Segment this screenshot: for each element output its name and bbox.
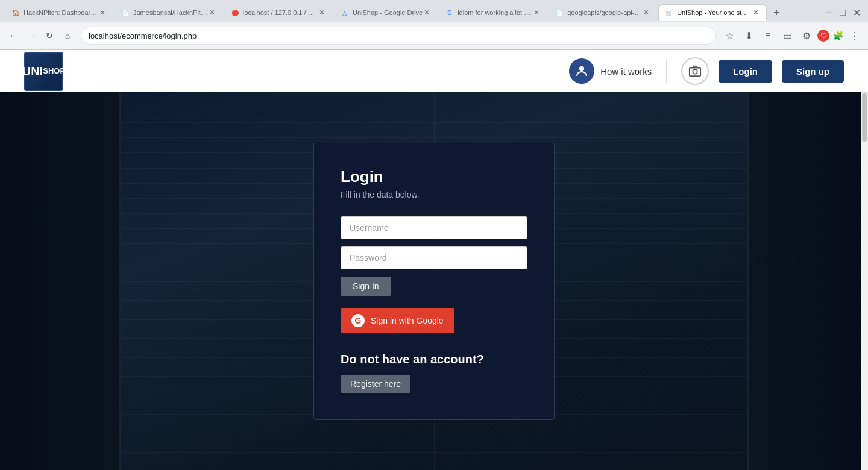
close-button[interactable]: ✕ bbox=[851, 7, 863, 19]
nav-buttons: ← → ↻ ⌂ bbox=[5, 27, 76, 44]
tab-2[interactable]: 📄 Jamesbansal/HacknPitch_Troja... ✕ bbox=[115, 4, 223, 21]
tab-2-close[interactable]: ✕ bbox=[208, 8, 216, 17]
navbar: UNI SHOP How it works bbox=[0, 50, 868, 92]
tab-6-close[interactable]: ✕ bbox=[642, 8, 650, 17]
tab-2-label: Jamesbansal/HacknPitch_Troja... bbox=[133, 9, 208, 16]
tab-6-label: googleapis/google-api-php-cli... bbox=[567, 9, 642, 16]
tab-4-favicon: △ bbox=[341, 8, 349, 17]
hero-section: Login Fill in the data below. Sign In G … bbox=[0, 92, 868, 470]
tab-1-favicon: 🏠 bbox=[11, 8, 20, 17]
maximize-button[interactable]: □ bbox=[837, 7, 848, 18]
tab-7-label: UniShop - Your one stop for bu... bbox=[677, 9, 752, 16]
no-account-text: Do not have an account? bbox=[341, 352, 527, 366]
address-bar: ← → ↻ ⌂ ☆ ⬇ ≡ ▭ ⚙ 🛡 🧩 ⋮ bbox=[0, 22, 868, 49]
download-button[interactable]: ⬇ bbox=[740, 27, 757, 44]
how-it-works-link[interactable]: How it works bbox=[569, 58, 652, 84]
tab-5-label: idiom for working a lot to fix a... bbox=[458, 9, 532, 16]
tab-bar: 🏠 HackNPitch: Dashboard | Devf... ✕ 📄 Ja… bbox=[0, 0, 868, 22]
cast-button[interactable]: ▭ bbox=[779, 27, 796, 44]
sign-in-button[interactable]: Sign In bbox=[341, 277, 391, 296]
extension-1-icon[interactable]: 🛡 bbox=[817, 30, 829, 42]
page: UNI SHOP How it works bbox=[0, 50, 868, 470]
password-input[interactable] bbox=[341, 246, 527, 269]
tab-4-close[interactable]: ✕ bbox=[423, 8, 431, 17]
url-input[interactable] bbox=[81, 27, 716, 45]
bookmark-button[interactable]: ☆ bbox=[721, 27, 738, 44]
settings-icon[interactable]: ⚙ bbox=[798, 27, 815, 44]
how-it-works-text: How it works bbox=[600, 66, 652, 77]
tab-3-favicon: 🔴 bbox=[231, 8, 239, 17]
nav-right: How it works Login Sign up bbox=[569, 57, 844, 85]
reload-button[interactable]: ↻ bbox=[41, 27, 58, 44]
login-title: Login bbox=[341, 168, 527, 186]
how-it-works-avatar bbox=[569, 58, 594, 84]
signup-button[interactable]: Sign up bbox=[782, 60, 844, 83]
browser-actions: ☆ ⬇ ≡ ▭ ⚙ 🛡 🧩 ⋮ bbox=[721, 27, 863, 44]
tab-3[interactable]: 🔴 localhost / 127.0.0.1 / ecomme... ✕ bbox=[224, 4, 333, 21]
tab-6-favicon: 📄 bbox=[555, 8, 564, 17]
google-g-icon: G bbox=[351, 314, 365, 327]
tab-6[interactable]: 📄 googleapis/google-api-php-cli... ✕ bbox=[549, 4, 657, 21]
tab-3-close[interactable]: ✕ bbox=[318, 8, 326, 17]
nav-divider bbox=[666, 59, 667, 83]
tab-4[interactable]: △ UniShop - Google Drive ✕ bbox=[334, 4, 438, 21]
forward-button[interactable]: → bbox=[23, 27, 40, 44]
tab-1-close[interactable]: ✕ bbox=[98, 8, 107, 17]
menu-button[interactable]: ⋮ bbox=[846, 27, 863, 44]
logo-shop: SHOP bbox=[43, 66, 65, 76]
nav-camera-icon[interactable] bbox=[681, 57, 709, 85]
home-button[interactable]: ⌂ bbox=[59, 27, 76, 44]
new-tab-button[interactable]: + bbox=[768, 4, 785, 21]
login-subtitle: Fill in the data below. bbox=[341, 190, 527, 199]
minimize-button[interactable]: ─ bbox=[823, 7, 835, 18]
tab-5-favicon: G bbox=[445, 8, 454, 17]
tab-3-label: localhost / 127.0.0.1 / ecomme... bbox=[243, 9, 318, 16]
logo-uni: UNI bbox=[22, 64, 43, 78]
scrollbar[interactable] bbox=[861, 92, 868, 470]
login-modal: Login Fill in the data below. Sign In G … bbox=[313, 143, 555, 420]
tab-5-close[interactable]: ✕ bbox=[532, 8, 541, 17]
back-button[interactable]: ← bbox=[5, 27, 22, 44]
google-sign-in-button[interactable]: G Sign in with Google bbox=[341, 308, 454, 333]
tab-7-close[interactable]: ✕ bbox=[752, 8, 760, 17]
tab-1[interactable]: 🏠 HackNPitch: Dashboard | Devf... ✕ bbox=[5, 4, 113, 21]
register-button[interactable]: Register here bbox=[341, 375, 410, 393]
tab-5[interactable]: G idiom for working a lot to fix a... ✕ bbox=[439, 4, 547, 21]
tab-4-label: UniShop - Google Drive bbox=[353, 9, 423, 16]
svg-point-0 bbox=[579, 66, 584, 71]
tab-2-favicon: 📄 bbox=[121, 8, 130, 17]
tab-1-label: HackNPitch: Dashboard | Devf... bbox=[24, 9, 98, 16]
tab-7-active[interactable]: 🛒 UniShop - Your one stop for bu... ✕ bbox=[658, 4, 767, 21]
tab-7-favicon: 🛒 bbox=[665, 8, 673, 17]
browser-chrome: 🏠 HackNPitch: Dashboard | Devf... ✕ 📄 Ja… bbox=[0, 0, 868, 50]
extension-2-icon[interactable]: 🧩 bbox=[832, 30, 844, 42]
logo[interactable]: UNI SHOP bbox=[24, 52, 63, 91]
google-sign-in-label: Sign in with Google bbox=[371, 316, 444, 325]
svg-point-2 bbox=[693, 69, 697, 74]
username-input[interactable] bbox=[341, 216, 527, 239]
scrollbar-thumb[interactable] bbox=[862, 93, 867, 142]
history-button[interactable]: ≡ bbox=[760, 27, 776, 44]
login-button[interactable]: Login bbox=[719, 60, 772, 83]
